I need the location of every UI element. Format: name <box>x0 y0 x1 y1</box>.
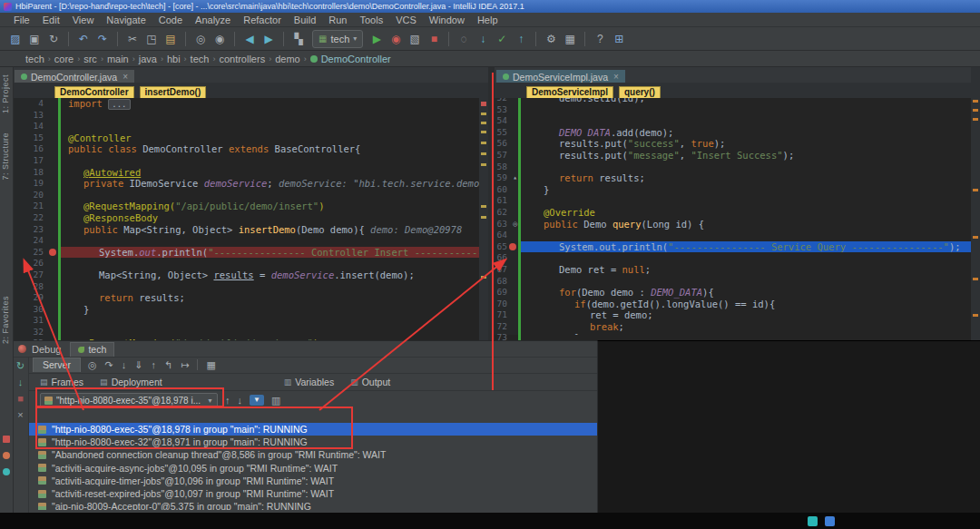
menu-edit[interactable]: Edit <box>36 15 66 25</box>
settings-icon[interactable]: ⚙ <box>543 31 559 47</box>
thread-row[interactable]: "activiti-acquire-timer-jobs"@10,096 in … <box>29 475 597 487</box>
line-number[interactable]: 31 <box>13 315 58 327</box>
line-number[interactable]: 63◎ <box>495 219 518 230</box>
line-number[interactable]: 52 <box>495 98 518 104</box>
line-number[interactable]: 61 <box>495 195 518 207</box>
tab-frames[interactable]: ▤Frames <box>33 375 91 389</box>
line-number[interactable]: 67 <box>495 264 518 276</box>
thread-row[interactable]: "activiti-reset-expired-jobs"@10,097 in … <box>29 487 597 500</box>
code-crumb-chip[interactable]: DemoController <box>54 86 134 99</box>
redo-icon[interactable]: ↷ <box>94 31 111 47</box>
line-number[interactable]: 58 <box>495 162 518 173</box>
line-number[interactable]: 60 <box>495 184 518 196</box>
line-number[interactable]: 30 <box>13 304 58 316</box>
find-icon[interactable]: ◎ <box>192 31 209 47</box>
cut-icon[interactable]: ✂ <box>124 31 141 47</box>
line-number[interactable]: 14 <box>13 121 58 132</box>
coverage-icon[interactable]: ▧ <box>407 31 423 47</box>
menu-vcs[interactable]: VCS <box>389 15 423 25</box>
paste-icon[interactable]: ▤ <box>162 31 179 47</box>
step-into-icon[interactable]: ↓ <box>122 359 127 370</box>
gutter-icon[interactable]: ▴ <box>513 172 517 184</box>
tool-window-button-red[interactable] <box>3 436 10 443</box>
next-frame-icon[interactable]: ↓ <box>238 395 243 406</box>
line-number[interactable]: 66 <box>495 252 518 264</box>
window-titlebar[interactable]: HbiParent - [D:\repo-hand\repo-tech\tech… <box>0 0 980 13</box>
line-number[interactable]: 21 <box>13 201 58 212</box>
error-stripe-left[interactable] <box>479 98 488 340</box>
tool-window-button-orange[interactable] <box>3 452 10 459</box>
error-stripe-right[interactable] <box>971 67 980 340</box>
line-number[interactable]: 72 <box>495 321 518 333</box>
run-to-cursor-icon[interactable]: ↦ <box>181 359 189 371</box>
show-execution-point-icon[interactable]: ◎ <box>88 359 97 371</box>
close-icon[interactable]: × <box>17 409 23 421</box>
line-number[interactable]: 23 <box>13 224 58 236</box>
tool-window-button[interactable]: 1: Project <box>1 74 10 113</box>
external-tools-icon[interactable]: ⊞ <box>611 31 627 47</box>
line-number[interactable]: 71 <box>495 309 518 321</box>
tab-deployment[interactable]: ▤Deployment <box>93 375 170 389</box>
force-step-into-icon[interactable]: ⇓ <box>134 359 142 371</box>
code-crumb-chip[interactable]: insertDemo() <box>140 86 207 99</box>
breakpoint-icon[interactable] <box>49 249 56 256</box>
line-number[interactable]: 64 <box>495 230 518 241</box>
editor-splitter[interactable] <box>488 67 495 340</box>
code-crumb-chip[interactable]: query() <box>619 86 661 99</box>
run-config-selector[interactable]: ▦tech▾ <box>312 30 363 48</box>
replace-icon[interactable]: ◉ <box>211 31 228 47</box>
line-number[interactable]: 62 <box>495 207 518 219</box>
line-number[interactable]: 29 <box>13 292 58 304</box>
open-project-icon[interactable]: ▨ <box>7 31 24 47</box>
vcs-update-icon[interactable]: ↓ <box>475 31 491 47</box>
close-icon[interactable]: × <box>613 72 619 82</box>
thread-selector-dropdown[interactable]: "http-nio-8080-exec-35"@18,978 i... ▼ <box>40 393 218 407</box>
copy-icon[interactable]: ◳ <box>143 31 160 47</box>
line-number[interactable]: 59▴ <box>495 172 518 184</box>
editor-gutter[interactable]: 5253545556575859▴60616263◎64656667686970… <box>495 98 518 335</box>
thread-row[interactable]: "activiti-acquire-async-jobs"@10,095 in … <box>29 462 597 475</box>
line-number[interactable]: 53 <box>495 104 518 116</box>
menu-file[interactable]: File <box>7 15 36 25</box>
filter-threads-icon[interactable]: ▼ <box>250 395 264 406</box>
thread-row[interactable]: "ajp-nio-8009-Acceptor-0"@5,375 in group… <box>29 500 597 510</box>
project-structure-icon[interactable]: ▦ <box>562 31 578 47</box>
code-crumb-chip[interactable]: DemoServiceImpl <box>526 86 613 99</box>
breadcrumb-item[interactable]: controllers <box>217 54 267 64</box>
breakpoint-icon[interactable] <box>509 243 516 250</box>
step-over-icon[interactable]: ↷ <box>105 359 113 371</box>
line-number[interactable]: 24 <box>13 235 58 247</box>
thread-view-options-icon[interactable]: ▥ <box>271 395 280 407</box>
rerun-icon[interactable]: ↻ <box>16 360 24 372</box>
breadcrumb-item[interactable]: java <box>137 54 159 64</box>
code-area[interactable]: demo.setId(id);DEMO_DATA.add(demo);resul… <box>521 98 971 335</box>
sync-icon[interactable]: ↻ <box>45 31 62 47</box>
drop-frame-icon[interactable]: ↰ <box>164 359 172 371</box>
line-number[interactable]: 26 <box>13 258 58 269</box>
menu-refactor[interactable]: Refactor <box>237 15 288 25</box>
line-number[interactable]: 28 <box>13 281 58 293</box>
line-number[interactable]: 54 <box>495 115 518 127</box>
compile-icon[interactable]: ▚ <box>290 31 307 47</box>
taskbar-app-blue[interactable] <box>825 516 835 526</box>
line-number[interactable]: 73 <box>495 332 518 340</box>
help-icon[interactable]: ? <box>592 31 608 47</box>
search-everywhere-icon[interactable]: ◌ <box>456 31 472 47</box>
vcs-commit-icon[interactable]: ✓ <box>494 31 510 47</box>
breadcrumb-item[interactable]: src <box>82 54 99 64</box>
tool-window-button[interactable]: 2: Favorites <box>1 296 10 344</box>
restart-server-icon[interactable]: ↓ <box>18 377 24 388</box>
console-area[interactable] <box>597 340 980 513</box>
line-number[interactable]: 65 <box>495 241 518 253</box>
save-all-icon[interactable]: ▣ <box>26 31 43 47</box>
editor-gutter[interactable]: 4131415161718192021222324252627282930313… <box>13 98 58 340</box>
line-number[interactable]: 57 <box>495 150 518 162</box>
vcs-push-icon[interactable]: ↑ <box>513 31 529 47</box>
step-out-icon[interactable]: ↑ <box>151 359 156 370</box>
menu-window[interactable]: Window <box>423 15 471 25</box>
line-number[interactable]: 25 <box>13 247 58 259</box>
line-number[interactable]: 27 <box>13 269 58 281</box>
menu-run[interactable]: Run <box>322 15 353 25</box>
line-number[interactable]: 13 <box>13 110 58 122</box>
line-number[interactable]: 4 <box>13 98 58 110</box>
